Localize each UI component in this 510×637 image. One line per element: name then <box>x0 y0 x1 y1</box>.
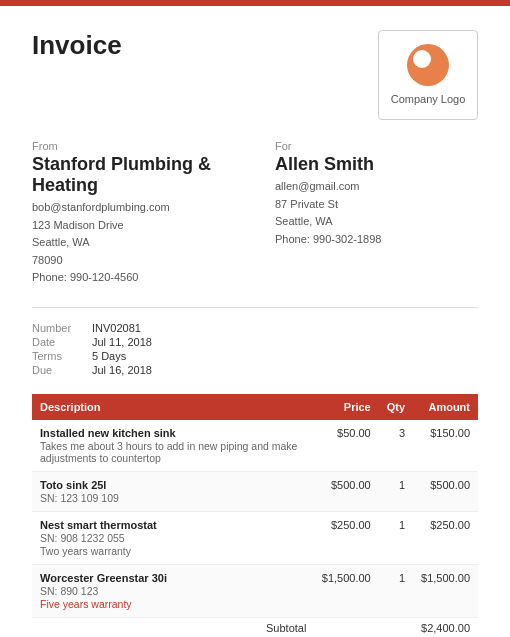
item-amount-2: $250.00 <box>413 511 478 564</box>
invoice-title: Invoice <box>32 30 122 61</box>
item-qty-1: 1 <box>379 471 413 511</box>
item-price-0: $50.00 <box>314 420 379 472</box>
meta-due-value: Jul 16, 2018 <box>92 364 152 376</box>
item-amount-1: $500.00 <box>413 471 478 511</box>
totals-section: Subtotal $2,400.00 Tax (12%) $288.00 Tot… <box>32 618 478 637</box>
table-header-row: Description Price Qty Amount <box>32 394 478 420</box>
col-price: Price <box>314 394 379 420</box>
col-description: Description <box>32 394 314 420</box>
to-address: allen@gmail.com 87 Private St Seattle, W… <box>275 178 478 248</box>
item-sub2-3: Five years warranty <box>40 598 306 610</box>
table-row: Nest smart thermostatSN: 908 1232 055Two… <box>32 511 478 564</box>
item-sub1-0: Takes me about 3 hours to add in new pip… <box>40 440 306 464</box>
meta-number-value: INV02081 <box>92 322 141 334</box>
meta-due-label: Due <box>32 364 92 376</box>
item-cell-2: Nest smart thermostatSN: 908 1232 055Two… <box>32 511 314 564</box>
item-price-1: $500.00 <box>314 471 379 511</box>
subtotal-label: Subtotal <box>258 618 381 637</box>
item-sub1-3: SN: 890 123 <box>40 585 306 597</box>
meta-terms-value: 5 Days <box>92 350 126 362</box>
meta-date: Date Jul 11, 2018 <box>32 336 478 348</box>
from-label: From <box>32 140 235 152</box>
table-row: Installed new kitchen sinkTakes me about… <box>32 420 478 472</box>
divider-1 <box>32 307 478 308</box>
logo-box: Company Logo <box>378 30 478 120</box>
from-col: From Stanford Plumbing & Heating bob@sta… <box>32 140 235 287</box>
meta-number-label: Number <box>32 322 92 334</box>
from-address1: 123 Madison Drive <box>32 219 124 231</box>
item-price-2: $250.00 <box>314 511 379 564</box>
item-name-1: Toto sink 25l <box>40 479 306 491</box>
item-name-0: Installed new kitchen sink <box>40 427 306 439</box>
header-row: Invoice Company Logo <box>32 30 478 120</box>
from-address3: 78090 <box>32 254 63 266</box>
item-qty-0: 3 <box>379 420 413 472</box>
from-address2: Seattle, WA <box>32 236 90 248</box>
meta-due: Due Jul 16, 2018 <box>32 364 478 376</box>
meta-table: Number INV02081 Date Jul 11, 2018 Terms … <box>32 322 478 376</box>
to-label: For <box>275 140 478 152</box>
from-company: Stanford Plumbing & Heating <box>32 154 235 196</box>
to-col: For Allen Smith allen@gmail.com 87 Priva… <box>275 140 478 287</box>
from-address: bob@stanfordplumbing.com 123 Madison Dri… <box>32 199 235 287</box>
item-sub1-2: SN: 908 1232 055 <box>40 532 306 544</box>
to-address1: 87 Private St <box>275 198 338 210</box>
to-company: Allen Smith <box>275 154 478 175</box>
meta-date-label: Date <box>32 336 92 348</box>
meta-number: Number INV02081 <box>32 322 478 334</box>
items-table: Description Price Qty Amount Installed n… <box>32 394 478 618</box>
item-amount-0: $150.00 <box>413 420 478 472</box>
subtotal-row: Subtotal $2,400.00 <box>258 618 478 637</box>
col-qty: Qty <box>379 394 413 420</box>
item-price-3: $1,500.00 <box>314 564 379 617</box>
to-address2: Seattle, WA <box>275 215 333 227</box>
table-row: Toto sink 25lSN: 123 109 109$500.001$500… <box>32 471 478 511</box>
table-row: Worcester Greenstar 30iSN: 890 123Five y… <box>32 564 478 617</box>
meta-terms-label: Terms <box>32 350 92 362</box>
item-amount-3: $1,500.00 <box>413 564 478 617</box>
totals-table: Subtotal $2,400.00 Tax (12%) $288.00 Tot… <box>258 618 478 637</box>
col-amount: Amount <box>413 394 478 420</box>
to-phone: Phone: 990-302-1898 <box>275 233 381 245</box>
from-to-row: From Stanford Plumbing & Heating bob@sta… <box>32 140 478 287</box>
item-qty-2: 1 <box>379 511 413 564</box>
logo-circle <box>407 44 449 86</box>
subtotal-value: $2,400.00 <box>381 618 478 637</box>
logo-text: Company Logo <box>391 92 466 106</box>
from-phone: Phone: 990-120-4560 <box>32 271 138 283</box>
item-name-3: Worcester Greenstar 30i <box>40 572 306 584</box>
from-email: bob@stanfordplumbing.com <box>32 201 170 213</box>
meta-terms: Terms 5 Days <box>32 350 478 362</box>
item-qty-3: 1 <box>379 564 413 617</box>
item-cell-0: Installed new kitchen sinkTakes me about… <box>32 420 314 472</box>
item-sub2-2: Two years warranty <box>40 545 306 557</box>
meta-date-value: Jul 11, 2018 <box>92 336 152 348</box>
item-name-2: Nest smart thermostat <box>40 519 306 531</box>
item-sub1-1: SN: 123 109 109 <box>40 492 306 504</box>
to-email: allen@gmail.com <box>275 180 360 192</box>
item-cell-3: Worcester Greenstar 30iSN: 890 123Five y… <box>32 564 314 617</box>
item-cell-1: Toto sink 25lSN: 123 109 109 <box>32 471 314 511</box>
